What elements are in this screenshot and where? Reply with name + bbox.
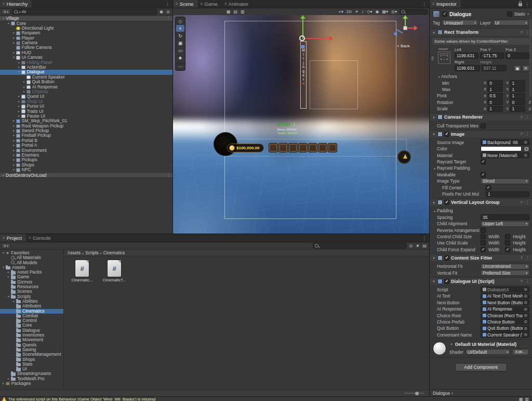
project-search-input[interactable]	[313, 243, 406, 249]
height-field[interactable]: 937.11	[482, 65, 507, 71]
foldout-closed-icon[interactable]: ▸	[11, 50, 16, 55]
hierarchy-item-npc[interactable]: ▸NPC	[0, 167, 172, 172]
foldout-open-icon[interactable]: ▾	[6, 21, 11, 26]
move-tool[interactable]: +	[176, 25, 184, 32]
hidden-packages-toggle-icon[interactable]: ▤	[421, 243, 428, 248]
project-item-streamingassets[interactable]: StreamingAssets	[0, 371, 63, 376]
chevron-down-icon[interactable]: ▾	[451, 392, 453, 395]
foldout-closed-icon[interactable]: ▸	[11, 124, 16, 128]
scene-viewport[interactable]: Miljhger× < Back Level: 1 Mana: 200	[173, 15, 429, 234]
foldout-closed-icon[interactable]: ▸	[17, 60, 21, 65]
kebab-menu-icon[interactable]: ⋮	[421, 2, 427, 7]
activity-indicator-icon[interactable]: ▥	[524, 397, 530, 401]
foldout-closed-icon[interactable]: ▸	[17, 99, 21, 104]
hierarchy-item-respawn[interactable]: ▸Respawn	[0, 31, 172, 35]
edit-shader-button[interactable]: Edit...	[512, 349, 529, 355]
grid-dropdown[interactable]: ▦▾	[381, 9, 389, 14]
layer-dropdown[interactable]: UI ▾	[493, 20, 529, 25]
project-item-assets[interactable]: ▾Assets	[0, 265, 63, 270]
cull-transparent-mes-checkbox[interactable]	[481, 123, 486, 128]
foldout-closed-icon[interactable]: ▸	[17, 109, 21, 114]
project-item-core[interactable]: Core	[0, 323, 63, 328]
effects-dropdown[interactable]: ◇▾	[366, 9, 373, 14]
tab-inspector[interactable]: ≡ Inspector	[430, 0, 461, 8]
tab-game[interactable]: ≡ Game	[198, 0, 222, 8]
height-checkbox[interactable]: ✓	[505, 247, 510, 252]
grid-settings-icon[interactable]: ▤	[233, 9, 239, 14]
foldout-closed-icon[interactable]: ▸	[11, 299, 16, 304]
hierarchy-item-enemies[interactable]: ▸Enemies	[0, 153, 172, 158]
scale-x-field[interactable]: 1	[487, 106, 503, 112]
foldout-open-icon[interactable]: ▾	[17, 70, 21, 74]
project-item-inventories[interactable]: Inventories	[0, 333, 63, 338]
scale-y-field[interactable]: 1	[510, 106, 525, 112]
hierarchy-item-shops[interactable]: ▸Shops	[0, 163, 172, 167]
kebab-menu-icon[interactable]: ⋮	[525, 279, 530, 283]
foldout-open-icon[interactable]: ▾	[432, 256, 436, 260]
foldout-closed-icon[interactable]: ▸	[11, 167, 16, 172]
foldout-open-icon[interactable]: ▾	[437, 75, 441, 79]
project-item-abilities[interactable]: ▸Abilities	[0, 299, 63, 304]
help-icon[interactable]: ?	[520, 200, 523, 205]
file-cinematic[interactable]: Cinematic...	[69, 260, 96, 282]
hierarchy-item-player[interactable]: ▸Player	[0, 36, 172, 41]
object-field[interactable]: Quit Button (Button)⊙	[481, 326, 529, 331]
lighting-toggle-icon[interactable]: ☀	[354, 9, 360, 14]
foldout-open-icon[interactable]: ▾	[432, 115, 436, 119]
hierarchy-item-traits-ui[interactable]: ▸Traits UI	[0, 109, 172, 114]
hierarchy-item-ui-canvas[interactable]: ▾UI Canvas	[0, 55, 172, 60]
foldout-open-icon[interactable]: ▾	[6, 294, 11, 299]
foldout-closed-icon[interactable]: ▸	[17, 114, 21, 119]
project-item-scenemanagement[interactable]: SceneManagement	[0, 352, 63, 357]
breadcrumb-scripts[interactable]: Scripts	[85, 250, 99, 255]
hierarchy-item-quest-ui[interactable]: ▸Quest UI	[0, 94, 172, 99]
object-field[interactable]: AI Response⊙	[481, 306, 529, 312]
foldout-open-icon[interactable]: ▾	[1, 251, 6, 255]
foldout-open-icon[interactable]: ▾	[432, 279, 436, 283]
gameobject-name[interactable]: Dialogue	[449, 11, 505, 17]
project-item-all-models[interactable]: All Models	[0, 261, 63, 265]
slider-knob[interactable]	[415, 392, 419, 395]
scene-search-input[interactable]	[400, 9, 428, 15]
color-swatch[interactable]	[481, 146, 522, 151]
foldout-closed-icon[interactable]: ▸	[433, 209, 437, 213]
search-by-label-icon[interactable]: ★	[415, 243, 420, 248]
foldout-closed-icon[interactable]: ▸	[11, 31, 16, 35]
component-header-vertical-layout-group[interactable]: ▾✓Vertical Layout Group?⋮	[430, 199, 532, 206]
kebab-menu-icon[interactable]: ⋮	[525, 115, 530, 120]
kebab-menu-icon[interactable]: ⋮	[525, 132, 530, 136]
pos-z-field[interactable]: 0	[506, 53, 529, 59]
foldout-closed-icon[interactable]: ▸	[22, 80, 26, 84]
object-picker-icon[interactable]: ⊙	[524, 319, 527, 324]
foldout-closed-icon[interactable]: ▸	[11, 133, 16, 138]
hierarchy-item-sm-wep-pitchfork-01[interactable]: ▸SM_Wep_Pitchfork_01	[0, 119, 172, 123]
search-by-type-icon[interactable]: ◎	[408, 243, 414, 248]
foldout-closed-icon[interactable]: ▸	[11, 158, 16, 162]
foldout-closed-icon[interactable]: ▸	[17, 65, 21, 70]
foldout-open-icon[interactable]: ▾	[11, 55, 16, 60]
help-icon[interactable]: ?	[520, 255, 523, 260]
blueprint-mode-button[interactable]: ▣	[514, 65, 521, 71]
fill-center-checkbox[interactable]: ✓	[486, 185, 491, 190]
tag-dropdown[interactable]: Untagged ▾	[442, 20, 478, 25]
help-icon[interactable]: ?	[520, 132, 523, 136]
hierarchy-item-portal-a[interactable]: ▸Portal A	[0, 143, 172, 148]
hierarchy-item-environment[interactable]: ▸Environment	[0, 148, 172, 153]
help-icon[interactable]: ?	[520, 30, 523, 35]
height-checkbox[interactable]	[505, 240, 510, 245]
tab-scene[interactable]: ≡ Scene	[173, 0, 198, 8]
project-item-scenes[interactable]: Scenes	[0, 289, 63, 294]
hierarchy-item-actionbar[interactable]: ▸ActionBar	[0, 65, 172, 70]
hierarchy-item-purse-ui[interactable]: ▸Purse UI	[0, 104, 172, 109]
height-checkbox[interactable]	[505, 234, 510, 239]
project-item-gizmos[interactable]: Gizmos	[0, 280, 63, 284]
project-item-packages[interactable]: ▸Packages	[0, 381, 63, 386]
gizmos-dropdown[interactable]: ◎▾	[390, 9, 398, 14]
hierarchy-search-input[interactable]: ▾ All	[12, 9, 157, 15]
hierarchy-item-root-weapon-pickup[interactable]: ▸Root Weapon Pickup	[0, 124, 172, 128]
foldout-closed-icon[interactable]: ▸	[17, 104, 21, 109]
project-item-favorites[interactable]: ▾★Favorites	[0, 251, 63, 255]
hierarchy-item-quit-button[interactable]: ▸Quit Button	[0, 80, 172, 84]
kebab-menu-icon[interactable]: ⋮	[164, 173, 172, 178]
pivot-ring-icon[interactable]	[299, 35, 305, 41]
